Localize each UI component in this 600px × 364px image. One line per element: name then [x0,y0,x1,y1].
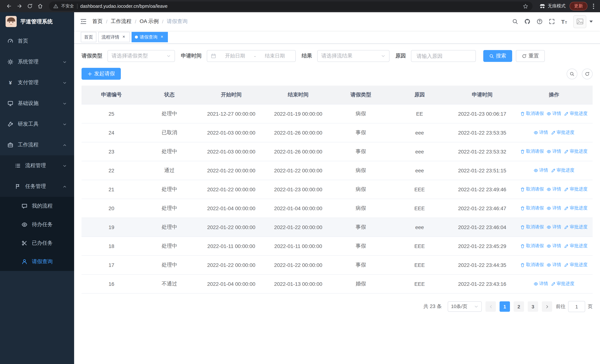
leave-type-select[interactable]: 请选择请假类型 [107,50,175,62]
fullscreen-icon[interactable] [549,19,555,24]
sidebar-item[interactable]: 研发工具 [0,114,74,135]
reason-label: 原因 [395,53,406,59]
table-refresh-button[interactable] [582,68,593,79]
chevron-down-icon [63,81,67,85]
progress-action[interactable]: 审批进度 [551,167,574,174]
tab-item[interactable]: 首页 [81,32,96,42]
create-leave-button[interactable]: 发起请假 [82,68,121,80]
sidebar-item[interactable]: 我的流程 [0,197,74,215]
prev-page-button[interactable] [486,301,496,312]
cancel-action[interactable]: 取消请假 [521,186,544,193]
detail-action[interactable]: 详情 [547,224,561,230]
progress-action[interactable]: 审批进度 [564,149,588,155]
page-button[interactable]: 3 [528,301,538,312]
column-header: 开始时间 [197,86,265,104]
detail-action[interactable]: 详情 [547,205,561,212]
sidebar-item[interactable]: 任务管理 [0,176,74,197]
breadcrumb-item[interactable]: OA 示例 [140,18,159,25]
sidebar-item[interactable]: 待办任务 [0,215,74,234]
detail-action[interactable]: 详情 [534,281,548,287]
url-bar[interactable]: 不安全 dashboard.yudao.iocoder.cn/bpm/oa/le… [49,1,533,11]
cell-end: 2022-01-26 00:00:00 [265,123,331,142]
sidebar-item[interactable]: 基础设施 [0,93,74,114]
search-toggle-button[interactable] [567,68,577,79]
browser-menu-button[interactable] [591,2,596,10]
user-icon [21,259,28,265]
breadcrumb-item[interactable]: 首页 [92,18,103,25]
breadcrumb-item[interactable]: 工作流程 [111,18,131,25]
op-label: 取消请假 [526,149,544,155]
cancel-action[interactable]: 取消请假 [521,243,544,249]
detail-action[interactable]: 详情 [547,111,561,117]
sidebar-item[interactable]: 流程管理 [0,155,74,176]
next-page-button[interactable] [542,301,552,312]
font-size-icon[interactable]: TT [561,18,567,25]
page-button[interactable]: 2 [514,301,524,312]
reset-button[interactable]: 重置 [516,50,545,62]
page-button[interactable]: 1 [500,301,510,312]
progress-action[interactable]: 审批进度 [564,186,588,193]
detail-action[interactable]: 详情 [547,243,561,249]
tab-item[interactable]: 流程详情× [98,32,130,42]
cancel-action[interactable]: 取消请假 [521,149,544,155]
op-label: 审批进度 [570,262,588,268]
progress-action[interactable]: 审批进度 [564,111,588,117]
reason-input[interactable] [416,53,471,59]
edit-icon [551,131,555,135]
detail-action[interactable]: 详情 [547,262,561,268]
page-size-select[interactable]: 10条/页 [448,301,482,312]
sidebar-item[interactable]: ¥支付管理 [0,72,74,93]
progress-action[interactable]: 审批进度 [564,205,588,212]
cancel-action[interactable]: 取消请假 [521,111,544,117]
update-button[interactable]: 更新 [570,2,587,10]
cell-type: 病假 [331,180,390,199]
chevron-down-icon [63,122,67,126]
detail-action[interactable]: 详情 [547,149,561,155]
sidebar-item[interactable]: 已办任务 [0,234,74,252]
table-row: 19处理中2022-01-22 00:00:002022-01-22 00:00… [82,218,593,237]
sidebar-toggle-icon[interactable] [80,18,87,25]
cancel-action[interactable]: 取消请假 [521,205,544,212]
back-button[interactable] [4,2,13,10]
progress-action[interactable]: 审批进度 [551,130,574,136]
search-button[interactable]: 搜索 [483,50,512,62]
bookmark-star-icon[interactable] [523,3,528,9]
sidebar-item[interactable]: 首页 [0,31,74,52]
tab-close-icon[interactable]: × [159,35,165,40]
detail-action[interactable]: 详情 [534,130,548,136]
reload-button[interactable] [25,2,34,10]
github-icon[interactable] [525,19,531,24]
forward-button[interactable] [15,2,24,10]
op-label: 审批进度 [570,243,588,249]
search-button-label: 搜索 [496,53,506,59]
date-range-input[interactable]: 开始日期 - 结束日期 [207,50,296,62]
sidebar-item[interactable]: 请假查询 [0,252,74,271]
sidebar-item[interactable]: 工作流程 [0,135,74,155]
detail-action[interactable]: 详情 [534,167,548,174]
progress-action[interactable]: 审批进度 [551,281,574,287]
result-select[interactable]: 请选择流结果 [317,50,390,62]
cancel-action[interactable]: 取消请假 [521,224,544,230]
goto-input[interactable] [568,301,585,312]
chevron-left-icon [489,305,493,308]
home-button[interactable] [36,2,45,10]
tab-close-icon[interactable]: × [121,35,126,40]
column-header: 状态 [141,86,197,104]
cancel-action[interactable]: 取消请假 [521,262,544,268]
filter-form: 请假类型 请选择请假类型 申请时间 开始日期 - 结束日期 [82,50,593,62]
sidebar-item[interactable]: 系统管理 [0,52,74,72]
cell-id: 21 [82,180,141,199]
logo[interactable]: 芋道管理系统 [0,12,74,31]
cell-operations: 取消请假详情审批进度 [515,104,593,123]
tab-item[interactable]: 请假查询× [131,32,168,42]
help-icon[interactable] [537,19,543,24]
detail-action[interactable]: 详情 [547,186,561,193]
progress-action[interactable]: 审批进度 [564,224,588,230]
progress-action[interactable]: 审批进度 [564,243,588,249]
search-icon[interactable] [512,19,518,24]
user-menu[interactable] [573,15,594,28]
cell-id: 24 [82,123,141,142]
progress-action[interactable]: 审批进度 [564,262,588,268]
op-label: 取消请假 [526,262,544,268]
op-label: 审批进度 [570,111,588,117]
